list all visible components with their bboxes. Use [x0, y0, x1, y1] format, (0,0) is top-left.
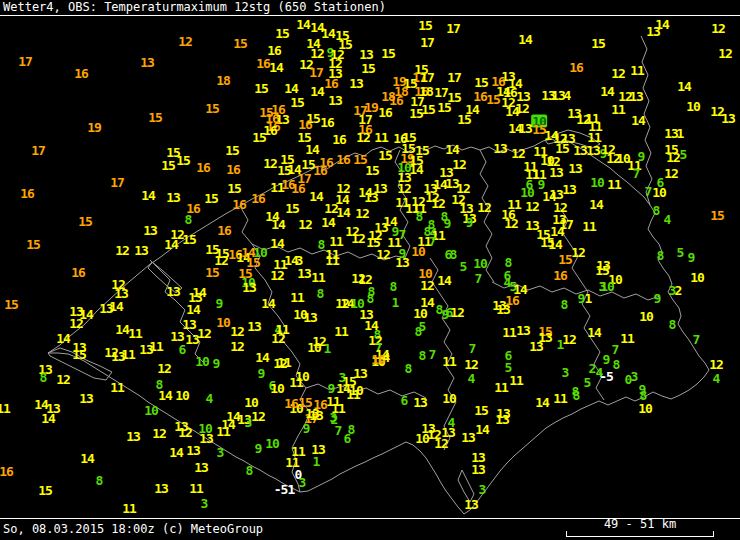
station-temp: 13 — [721, 112, 735, 125]
station-temp: 12 — [230, 325, 244, 338]
station-temp: 12 — [666, 151, 680, 164]
station-temp: 15 — [457, 113, 471, 126]
station-temp: 15 — [486, 93, 500, 106]
station-temp: 8 — [416, 210, 423, 223]
station-temp: 10 — [690, 271, 704, 284]
station-temp: 4 — [713, 372, 720, 385]
station-temp: 12 — [152, 427, 166, 440]
station-temp: 11 — [110, 381, 124, 394]
station-temp: 5 — [460, 260, 467, 273]
station-temp: 8 — [561, 298, 568, 311]
station-temp: 10 — [216, 316, 230, 329]
station-temp: 12 — [376, 248, 390, 261]
station-temp: 12 — [115, 244, 129, 257]
station-temp: 11 — [311, 271, 325, 284]
station-temp: 4 — [468, 372, 475, 385]
station-temp: 15 — [361, 62, 375, 75]
station-temp: 17 — [420, 36, 434, 49]
station-temp: 15 — [205, 102, 219, 115]
station-temp: 11 — [509, 374, 523, 387]
station-temp: 13 — [518, 122, 532, 135]
station-temp: 15 — [275, 27, 289, 40]
station-temp: 16 — [291, 182, 305, 195]
station-temp: 15 — [437, 101, 451, 114]
station-temp: 17 — [434, 86, 448, 99]
station-temp: 11 — [607, 178, 621, 191]
station-temp: 15 — [378, 149, 392, 162]
station-temp: 7 — [429, 348, 436, 361]
station-temp: 12 — [434, 437, 448, 450]
station-temp: 4 — [448, 416, 455, 429]
station-temp: 12 — [525, 200, 539, 213]
station-temp: 13 — [461, 431, 475, 444]
station-temp: 14 — [270, 237, 284, 250]
station-temp: 8 — [640, 389, 647, 402]
station-temp: 14 — [80, 452, 94, 465]
station-temp: 16 — [0, 465, 13, 478]
station-temp: 15 — [558, 253, 572, 266]
station-temp: 8 — [185, 213, 192, 226]
station-temp: 11 — [442, 355, 456, 368]
station-temp: 13 — [154, 482, 168, 495]
station-temp: 13 — [199, 432, 213, 445]
map-canvas[interactable]: 1716121513181515191514141415141512912131… — [0, 17, 740, 517]
station-temp: 11 — [277, 356, 291, 369]
station-temp: 6 — [344, 432, 351, 445]
station-temp: 10 — [520, 186, 534, 199]
station-temp: 10 — [590, 176, 604, 189]
station-temp: 12 — [464, 358, 478, 371]
station-temp: 14 — [296, 18, 310, 31]
station-temp: 13 — [495, 413, 509, 426]
station-temp: 8 — [613, 358, 620, 371]
station-temp: 15 — [148, 111, 162, 124]
station-temp: 12 — [504, 217, 518, 230]
station-temp: 13 — [140, 56, 154, 69]
station-temp: 15 — [290, 96, 304, 109]
station-temp: -5 — [599, 370, 613, 383]
station-temp: 8 — [317, 287, 324, 300]
station-temp: 13 — [126, 430, 140, 443]
station-temp: 15 — [254, 82, 268, 95]
station-temp: 11 — [189, 482, 203, 495]
station-temp: 13 — [186, 444, 200, 457]
station-temp: 16 — [217, 224, 231, 237]
station-temp: 11 — [0, 402, 10, 415]
station-temp: 15 — [204, 192, 218, 205]
station-temp: 8 — [415, 325, 422, 338]
station-temp: 13 — [573, 144, 587, 157]
station-temp: 12 — [571, 246, 585, 259]
station-temp: 9 — [216, 297, 223, 310]
station-temp: 16 — [332, 133, 346, 146]
station-temp: 15 — [225, 144, 239, 157]
station-temp: 14 — [261, 297, 275, 310]
station-temp: 13 — [629, 90, 643, 103]
station-temp: 14 — [41, 412, 55, 425]
station-temp: 8 — [96, 474, 103, 487]
station-temp: 13 — [303, 311, 317, 324]
station-temp: 12 — [178, 426, 192, 439]
station-temp: 11 — [611, 103, 625, 116]
station-temp: 8 — [450, 248, 457, 261]
station-temp: 7 — [693, 333, 700, 346]
status-text: So, 08.03.2015 18:00z (c) MeteoGroup — [3, 522, 263, 536]
station-temp: 11 — [122, 502, 136, 515]
station-temp: 13 — [305, 407, 319, 420]
station-temp: 5 — [677, 246, 684, 259]
station-temp: 6 — [179, 343, 186, 356]
station-temp: 15 — [474, 404, 488, 417]
station-temp: 14 — [169, 446, 183, 459]
station-temp: 14 — [321, 216, 335, 229]
station-temp: 11 — [216, 425, 230, 438]
station-temp: 14 — [255, 351, 269, 364]
station-temp: 15 — [591, 37, 605, 50]
station-temp: 12 — [263, 157, 277, 170]
station-temp: 14 — [284, 82, 298, 95]
station-temp: 7 — [469, 342, 476, 355]
station-temp: 17 — [18, 55, 32, 68]
station-temp: 15 — [595, 264, 609, 277]
station-temp: 12 — [178, 35, 192, 48]
station-temp: 10 — [270, 382, 284, 395]
station-temp: 13 — [139, 343, 153, 356]
station-temp: 11 — [290, 291, 304, 304]
station-temp: 13 — [549, 166, 563, 179]
